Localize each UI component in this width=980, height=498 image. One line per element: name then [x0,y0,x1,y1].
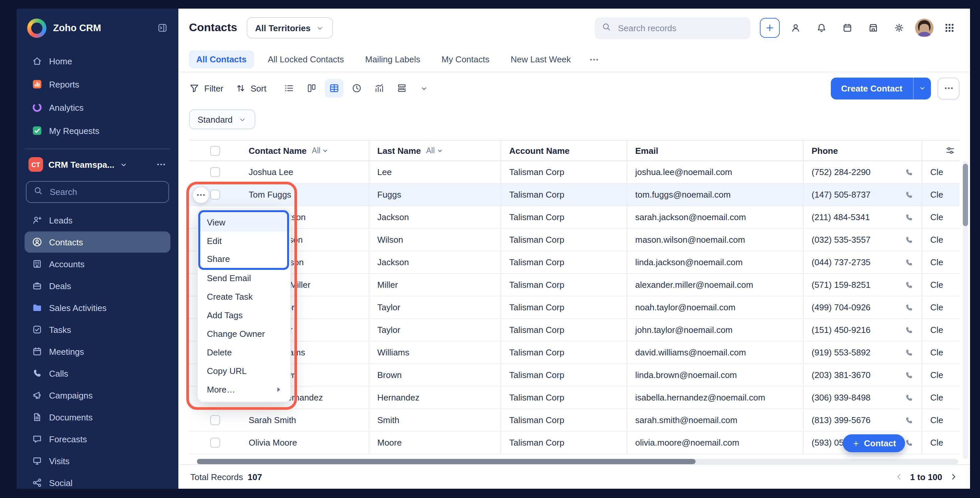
sidebar-item-accounts[interactable]: Accounts [24,253,170,275]
sidebar-item-campaigns[interactable]: Campaigns [24,385,170,406]
table-row[interactable]: Linda Brown Brown Talisman Corp linda.br… [189,364,959,387]
horizontal-scrollbar[interactable] [197,459,958,464]
tab-new-last-week[interactable]: New Last Week [503,50,578,68]
sidebar-item-contacts[interactable]: Contacts [24,231,170,253]
sidebar-search[interactable] [26,181,169,203]
tab-my-contacts[interactable]: My Contacts [434,50,497,68]
phone-icon[interactable] [904,348,914,357]
sidebar-item-calls[interactable]: Calls [24,363,170,384]
table-row[interactable]: David Williams Williams Talisman Corp da… [189,342,959,364]
avatar[interactable] [915,19,934,37]
menu-item-create-task[interactable]: Create Task [197,287,290,306]
phone-icon[interactable] [904,393,914,402]
menu-item-view[interactable]: View [197,213,290,231]
create-contact-label[interactable]: Create Contact [830,77,913,99]
phone-icon[interactable] [904,280,914,290]
marketplace-icon[interactable] [863,18,883,38]
tab-all-locked-contacts[interactable]: All Locked Contacts [261,50,352,68]
table-row[interactable]: Sarah Jackson Jackson Talisman Corp sara… [189,206,959,229]
create-contact-caret-icon[interactable] [913,77,931,99]
sidebar-item-meetings[interactable]: Meetings [24,341,170,362]
row-checkbox[interactable] [210,190,220,200]
filter-button[interactable]: Filter [189,83,223,94]
sidebar-item-home[interactable]: Home [24,50,170,72]
phone-icon[interactable] [904,235,914,244]
teamspace-more-icon[interactable] [156,159,166,170]
apps-grid-icon[interactable] [940,18,959,38]
vertical-scrollbar[interactable] [963,161,968,459]
column-filter[interactable]: All [312,146,329,154]
sidebar-collapse-icon[interactable] [157,22,168,33]
global-search-input[interactable] [617,22,744,33]
caret-down-icon[interactable] [120,160,128,169]
table-view-icon[interactable] [325,79,343,97]
column-header-account-name[interactable]: Account Name [501,141,627,161]
column-header-last-name[interactable]: Last NameAll [369,141,501,161]
table-row[interactable]: Sarah Smith Smith Talisman Corp sarah.sm… [189,409,959,432]
phone-icon[interactable] [904,190,914,199]
column-filter[interactable]: All [426,146,443,154]
territory-dropdown[interactable]: All Territories [246,17,333,38]
add-icon[interactable] [760,18,780,38]
sidebar-item-analytics[interactable]: Analytics [24,96,170,119]
menu-item-send-email[interactable]: Send Email [197,269,290,287]
summary-view-icon[interactable] [392,79,411,97]
phone-icon[interactable] [904,213,914,222]
phone-icon[interactable] [904,167,914,177]
calendar-icon[interactable] [837,18,858,38]
kanban-view-icon[interactable] [302,79,321,97]
row-checkbox[interactable] [210,167,220,177]
sidebar-item-tasks[interactable]: Tasks [24,319,170,340]
tab-all-contacts[interactable]: All Contacts [189,50,254,68]
row-actions-trigger-button[interactable] [192,186,210,204]
cell-contact-name[interactable]: Tom Fuggs [241,184,369,205]
chevron-left-icon[interactable] [894,472,904,481]
notifications-icon[interactable] [811,18,832,38]
list-view-icon[interactable] [280,79,298,97]
sidebar-item-leads[interactable]: Leads [24,210,170,231]
sort-button[interactable]: Sort [235,83,267,94]
phone-icon[interactable] [904,438,914,447]
table-row[interactable]: Linda Jackson Jackson Talisman Corp lind… [189,251,959,274]
timeline-view-icon[interactable] [347,79,366,97]
menu-item-share[interactable]: Share [197,250,290,269]
table-row[interactable]: Isabella Hernandez Hernandez Talisman Co… [189,387,959,409]
menu-item-add-tags[interactable]: Add Tags [197,306,290,324]
chart-view-icon[interactable] [370,79,388,97]
select-all-checkbox[interactable] [210,146,220,156]
tab-mailing-labels[interactable]: Mailing Labels [358,50,428,68]
sidebar-search-input[interactable] [48,186,162,197]
sidebar-item-my-requests[interactable]: My Requests [24,119,170,142]
zia-icon[interactable] [786,18,806,38]
phone-icon[interactable] [904,370,914,380]
column-header-email[interactable]: Email [627,141,803,161]
create-contact-button[interactable]: Create Contact [830,77,931,99]
sidebar-item-sales-activities[interactable]: Sales Activities [24,297,170,318]
teamspace-row[interactable]: CT CRM Teamspa... [24,148,170,178]
horizontal-scrollbar-thumb[interactable] [197,459,695,464]
sidebar-item-forecasts[interactable]: Forecasts [24,428,170,450]
menu-item-copy-url[interactable]: Copy URL [197,361,290,380]
phone-icon[interactable] [904,258,914,267]
global-search[interactable] [595,17,751,39]
sidebar-item-deals[interactable]: Deals [24,275,170,296]
cell-contact-name[interactable]: Olivia Moore [241,432,369,453]
toolbar-more-button[interactable] [937,77,959,99]
cell-contact-name[interactable]: Joshua Lee [241,161,369,183]
table-row[interactable]: Alexander Miller Miller Talisman Corp al… [189,274,959,296]
menu-item-more[interactable]: More… [197,380,290,399]
vertical-scrollbar-thumb[interactable] [963,164,968,226]
sidebar-item-reports[interactable]: Reports [24,73,170,95]
chevron-right-icon[interactable] [949,472,958,481]
column-header-phone[interactable]: Phone [803,141,922,161]
tabs-more-icon[interactable] [585,54,603,65]
phone-icon[interactable] [904,415,914,425]
phone-icon[interactable] [904,325,914,334]
column-settings-icon[interactable] [945,145,956,156]
menu-item-change-owner[interactable]: Change Owner [197,324,290,343]
menu-item-edit[interactable]: Edit [197,231,290,250]
settings-icon[interactable] [889,18,909,38]
row-checkbox[interactable] [210,438,220,448]
row-checkbox[interactable] [210,415,220,425]
cell-contact-name[interactable]: Sarah Smith [241,409,369,431]
